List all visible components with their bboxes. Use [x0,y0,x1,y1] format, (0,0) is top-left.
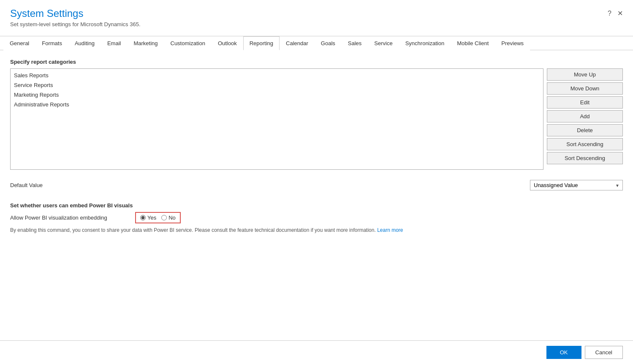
sort-descending-button[interactable]: Sort Descending [547,152,623,164]
learn-more-link[interactable]: Learn more [377,227,403,233]
tab-outlook[interactable]: Outlook [212,36,243,50]
list-item[interactable]: Sales Reports [11,71,543,80]
tabs-bar: GeneralFormatsAuditingEmailMarketingCust… [0,36,633,50]
tab-reporting[interactable]: Reporting [243,36,280,50]
list-item[interactable]: Service Reports [11,80,543,90]
power-bi-section-title: Set whether users can embed Power BI vis… [10,202,623,209]
list-item[interactable]: Marketing Reports [11,90,543,100]
dialog-title: System Settings [10,8,141,19]
move-up-button[interactable]: Move Up [547,68,623,81]
categories-section: Specify report categories Sales ReportsS… [10,59,623,170]
header-text: System Settings Set system-level setting… [10,8,141,27]
power-bi-label: Allow Power BI visualization embedding [10,215,128,221]
categories-list[interactable]: Sales ReportsService ReportsMarketing Re… [10,68,543,170]
tab-email[interactable]: Email [101,36,128,50]
dialog-header-controls: ? ✕ [608,8,623,17]
tab-synchronization[interactable]: Synchronization [399,36,451,50]
sort-ascending-button[interactable]: Sort Ascending [547,138,623,150]
close-icon[interactable]: ✕ [617,9,623,17]
help-icon[interactable]: ? [608,10,611,17]
tab-customization[interactable]: Customization [164,36,212,50]
tab-service[interactable]: Service [368,36,399,50]
consent-text: By enabling this command, you consent to… [10,227,623,234]
default-value-select-container: Unassigned ValueSales ReportsService Rep… [530,180,623,190]
action-buttons: Move Up Move Down Edit Add Delete Sort A… [547,68,623,164]
dialog-subtitle: Set system-level settings for Microsoft … [10,21,141,27]
content-area: Specify report categories Sales ReportsS… [0,50,633,340]
system-settings-dialog: System Settings Set system-level setting… [0,0,633,364]
tab-auditing[interactable]: Auditing [68,36,101,50]
ok-button[interactable]: OK [546,346,581,359]
default-value-select-wrapper: Unassigned ValueSales ReportsService Rep… [530,180,623,190]
tab-mobile-client[interactable]: Mobile Client [451,36,495,50]
delete-button[interactable]: Delete [547,124,623,136]
power-bi-no-radio[interactable] [161,215,167,220]
tab-general[interactable]: General [3,36,35,50]
dialog-footer: OK Cancel [0,340,633,364]
dialog-header: System Settings Set system-level setting… [0,0,633,31]
power-bi-row: Allow Power BI visualization embedding Y… [10,212,623,223]
power-bi-radio-group: Yes No [135,212,181,223]
power-bi-no-option[interactable]: No [161,215,176,221]
power-bi-yes-radio[interactable] [140,215,146,220]
edit-button[interactable]: Edit [547,96,623,109]
power-bi-no-label: No [168,215,176,221]
list-item[interactable]: Administrative Reports [11,100,543,109]
power-bi-yes-label: Yes [147,215,156,221]
tab-calendar[interactable]: Calendar [280,36,315,50]
default-value-label: Default Value [10,182,52,188]
default-value-select[interactable]: Unassigned ValueSales ReportsService Rep… [530,180,623,190]
power-bi-section: Set whether users can embed Power BI vis… [10,202,623,234]
categories-layout: Sales ReportsService ReportsMarketing Re… [10,68,623,170]
cancel-button[interactable]: Cancel [585,346,623,359]
move-down-button[interactable]: Move Down [547,82,623,95]
add-button[interactable]: Add [547,110,623,122]
tab-marketing[interactable]: Marketing [127,36,164,50]
default-value-row: Default Value Unassigned ValueSales Repo… [10,180,623,190]
power-bi-yes-option[interactable]: Yes [140,215,156,221]
tab-previews[interactable]: Previews [495,36,530,50]
tab-formats[interactable]: Formats [35,36,68,50]
tab-sales[interactable]: Sales [342,36,368,50]
categories-section-title: Specify report categories [10,59,623,65]
tab-goals[interactable]: Goals [315,36,342,50]
